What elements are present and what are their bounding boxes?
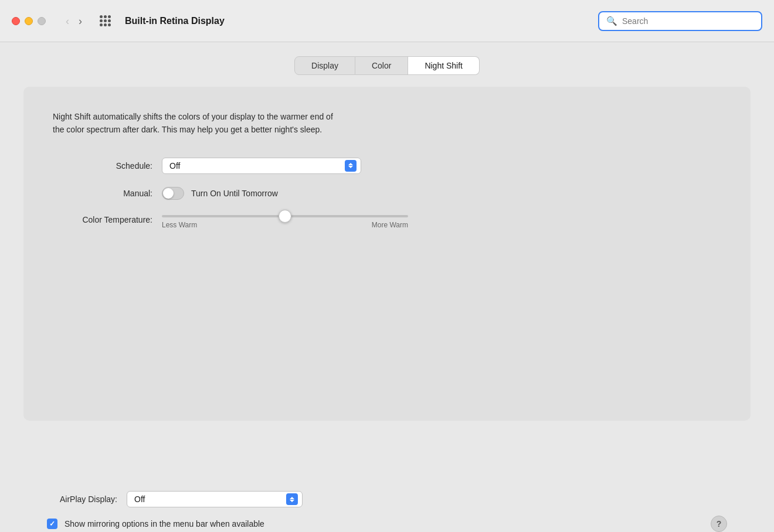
close-button[interactable] [12, 17, 20, 25]
help-button[interactable]: ? [711, 516, 727, 532]
settings-grid: Schedule: Off Sunset to Sunrise Custom S… [53, 158, 721, 229]
slider-max-label: More Warm [372, 221, 408, 229]
schedule-select[interactable]: Off Sunset to Sunrise Custom Schedule [162, 158, 361, 174]
forward-button[interactable]: › [75, 13, 86, 29]
search-icon: 🔍 [606, 16, 617, 26]
night-shift-description: Night Shift automatically shifts the col… [53, 110, 451, 137]
bottom-bar: ✓ Show mirroring options in the menu bar… [23, 516, 751, 532]
search-input[interactable] [622, 16, 754, 26]
manual-toggle-label: Turn On Until Tomorrow [191, 189, 278, 198]
schedule-row: Schedule: Off Sunset to Sunrise Custom S… [53, 158, 721, 174]
main-content: Display Color Night Shift Night Shift au… [0, 42, 774, 491]
mirroring-checkbox[interactable]: ✓ [47, 519, 57, 529]
titlebar: ‹ › Built-in Retina Display 🔍 [0, 0, 774, 42]
slider-labels: Less Warm More Warm [162, 221, 408, 229]
maximize-button[interactable] [38, 17, 46, 25]
airplay-select[interactable]: Off [127, 491, 303, 507]
bottom-section: AirPlay Display: Off ✓ Show mirroring op… [0, 491, 774, 532]
night-shift-panel: Night Shift automatically shifts the col… [23, 87, 751, 421]
airplay-row: AirPlay Display: Off [23, 491, 751, 507]
color-temp-row: Color Temperature: Less Warm More Warm [53, 213, 721, 229]
tab-display[interactable]: Display [294, 56, 355, 75]
slider-min-label: Less Warm [162, 221, 197, 229]
window-title: Built-in Retina Display [125, 16, 589, 26]
tabs-row: Display Color Night Shift [23, 56, 751, 75]
mirroring-row: ✓ Show mirroring options in the menu bar… [47, 519, 264, 529]
manual-toggle[interactable] [162, 187, 184, 200]
checkmark-icon: ✓ [49, 520, 55, 527]
manual-toggle-wrapper: Turn On Until Tomorrow [162, 187, 278, 200]
nav-buttons: ‹ › [62, 13, 86, 29]
airplay-select-wrapper: Off [127, 491, 303, 507]
manual-label: Manual: [53, 189, 152, 198]
manual-row: Manual: Turn On Until Tomorrow [53, 187, 721, 200]
grid-icon[interactable] [100, 15, 111, 26]
search-box: 🔍 [598, 11, 762, 31]
schedule-label: Schedule: [53, 161, 152, 170]
minimize-button[interactable] [25, 17, 33, 25]
color-temp-label: Color Temperature: [53, 215, 152, 224]
tab-night-shift[interactable]: Night Shift [408, 56, 480, 75]
toggle-thumb [163, 188, 174, 199]
tab-color[interactable]: Color [355, 56, 408, 75]
slider-container: Less Warm More Warm [162, 215, 408, 229]
back-button[interactable]: ‹ [62, 13, 73, 29]
mirroring-label: Show mirroring options in the menu bar w… [64, 519, 264, 528]
window-controls [12, 17, 46, 25]
schedule-select-wrapper: Off Sunset to Sunrise Custom Schedule [162, 158, 361, 174]
color-temp-slider[interactable] [162, 215, 408, 217]
airplay-label: AirPlay Display: [23, 495, 117, 504]
